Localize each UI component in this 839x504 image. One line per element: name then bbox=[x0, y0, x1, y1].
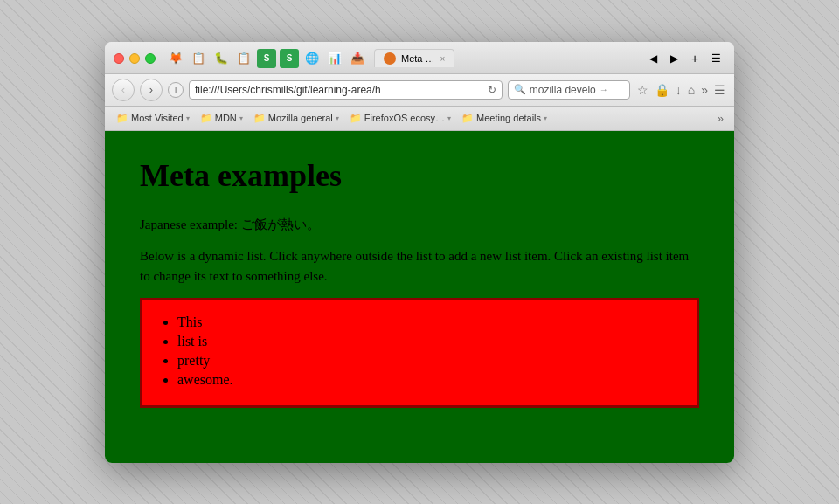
page-content[interactable]: Meta examples Japanese example: ご飯が熱い。 B… bbox=[105, 131, 734, 463]
toolbar-icons: 🦊 📋 🐛 📋 S S 🌐 📊 📥 bbox=[166, 49, 367, 68]
japanese-example: Japanese example: ご飯が熱い。 bbox=[140, 215, 699, 235]
close-button[interactable] bbox=[114, 53, 124, 64]
bookmarks-overflow-icon[interactable]: » bbox=[714, 110, 727, 127]
inbox-icon[interactable]: 📥 bbox=[348, 49, 367, 68]
maximize-button[interactable] bbox=[145, 53, 156, 64]
bookmark-label: MDN bbox=[215, 113, 237, 123]
chevron-down-icon: ▾ bbox=[544, 114, 547, 122]
list-item-0[interactable]: This bbox=[177, 314, 679, 330]
page-title: Meta examples bbox=[140, 157, 699, 194]
s2-icon[interactable]: S bbox=[280, 49, 299, 68]
home-icon[interactable]: ⌂ bbox=[686, 81, 697, 99]
s1-icon[interactable]: S bbox=[257, 49, 276, 68]
lock-icon[interactable]: 🔒 bbox=[653, 81, 671, 99]
dynamic-list: This list is pretty awesome. bbox=[160, 314, 679, 388]
forward-button[interactable]: › bbox=[140, 79, 163, 101]
bookmark-label: Most Visited bbox=[131, 113, 184, 123]
new-tab-icon[interactable]: + bbox=[685, 49, 704, 68]
nav-bar: ‹ › i file:///Users/chrismills/git/learn… bbox=[105, 74, 734, 107]
sidebar-icon[interactable]: ☰ bbox=[706, 49, 725, 68]
traffic-lights bbox=[114, 53, 156, 64]
list-item-1[interactable]: list is bbox=[177, 334, 679, 349]
title-bar: 🦊 📋 🐛 📋 S S 🌐 📊 📥 Meta … × ◀ ▶ + ☰ bbox=[105, 42, 734, 74]
refresh-icon[interactable]: ↻ bbox=[488, 84, 496, 96]
bookmark-meeting-details[interactable]: 📁 Meeting details ▾ bbox=[457, 111, 551, 126]
tab-close-icon[interactable]: × bbox=[440, 54, 446, 64]
nav-actions: ☆ 🔒 ↓ ⌂ » ☰ bbox=[635, 81, 727, 99]
chart-icon[interactable]: 📊 bbox=[325, 49, 344, 68]
description-text: Below is a dynamic list. Click anywhere … bbox=[140, 246, 699, 286]
bookmark-label: Meeting details bbox=[476, 113, 541, 123]
tab-favicon bbox=[384, 52, 396, 65]
dynamic-list-container[interactable]: This list is pretty awesome. bbox=[140, 298, 699, 408]
chevron-down-icon: ▾ bbox=[186, 114, 190, 122]
back-button[interactable]: ‹ bbox=[112, 79, 135, 101]
minimize-button[interactable] bbox=[129, 53, 140, 64]
back-icon: ‹ bbox=[121, 83, 125, 96]
firefox-icon[interactable]: 🦊 bbox=[166, 49, 185, 68]
browser-window: 🦊 📋 🐛 📋 S S 🌐 📊 📥 Meta … × ◀ ▶ + ☰ bbox=[105, 42, 734, 463]
bug-icon[interactable]: 🐛 bbox=[211, 49, 231, 68]
list-item-3[interactable]: awesome. bbox=[177, 372, 679, 388]
search-text: mozilla develo bbox=[530, 84, 596, 96]
bookmark-label: FirefoxOS ecosy… bbox=[364, 113, 445, 123]
overflow-icon[interactable]: » bbox=[699, 81, 710, 99]
bookmark-most-visited[interactable]: 📁 Most Visited ▾ bbox=[112, 111, 194, 126]
tab-meta[interactable]: Meta … × bbox=[374, 49, 454, 67]
back-tab-icon[interactable]: ◀ bbox=[643, 49, 662, 68]
star-icon[interactable]: ☆ bbox=[635, 81, 650, 99]
globe-icon[interactable]: 🌐 bbox=[302, 49, 322, 68]
folder-icon: 📁 bbox=[461, 113, 474, 124]
chevron-down-icon: ▾ bbox=[239, 114, 243, 122]
bookmarks-bar: 📁 Most Visited ▾ 📁 MDN ▾ 📁 Mozilla gener… bbox=[105, 107, 734, 131]
list-item-text-2: pretty bbox=[177, 353, 210, 368]
bookmark-mdn[interactable]: 📁 MDN ▾ bbox=[196, 111, 247, 126]
doc-icon[interactable]: 📋 bbox=[234, 49, 253, 68]
forward-tab-icon[interactable]: ▶ bbox=[664, 49, 683, 68]
clipboard-icon[interactable]: 📋 bbox=[189, 49, 208, 68]
folder-icon: 📁 bbox=[253, 113, 266, 124]
download-icon[interactable]: ↓ bbox=[674, 81, 683, 99]
info-button[interactable]: i bbox=[168, 82, 184, 98]
tab-actions: ◀ ▶ + ☰ bbox=[643, 49, 725, 68]
search-arrow-icon: → bbox=[600, 85, 608, 94]
chevron-down-icon: ▾ bbox=[336, 114, 339, 122]
folder-icon: 📁 bbox=[350, 113, 362, 124]
list-item-2[interactable]: pretty bbox=[177, 353, 679, 369]
address-bar[interactable]: file:///Users/chrismills/git/learning-ar… bbox=[189, 80, 503, 100]
info-icon: i bbox=[175, 85, 177, 94]
folder-icon: 📁 bbox=[116, 113, 128, 124]
search-bar[interactable]: 🔍 mozilla develo → bbox=[508, 80, 630, 100]
list-item-text-1: list is bbox=[177, 334, 207, 349]
folder-icon: 📁 bbox=[200, 113, 212, 124]
list-item-text-3: awesome. bbox=[177, 372, 233, 387]
search-icon: 🔍 bbox=[514, 84, 526, 95]
tab-bar: Meta … × bbox=[374, 49, 636, 67]
forward-icon: › bbox=[149, 83, 153, 96]
bookmark-firefoxos[interactable]: 📁 FirefoxOS ecosy… ▾ bbox=[345, 111, 455, 126]
tab-label: Meta … bbox=[401, 53, 435, 64]
list-item-text-0: This bbox=[177, 314, 202, 329]
bookmark-mozilla-general[interactable]: 📁 Mozilla general ▾ bbox=[249, 111, 343, 126]
chevron-down-icon: ▾ bbox=[447, 114, 451, 122]
menu-icon[interactable]: ☰ bbox=[712, 81, 727, 99]
bookmark-label: Mozilla general bbox=[268, 113, 333, 123]
address-text: file:///Users/chrismills/git/learning-ar… bbox=[195, 84, 484, 96]
